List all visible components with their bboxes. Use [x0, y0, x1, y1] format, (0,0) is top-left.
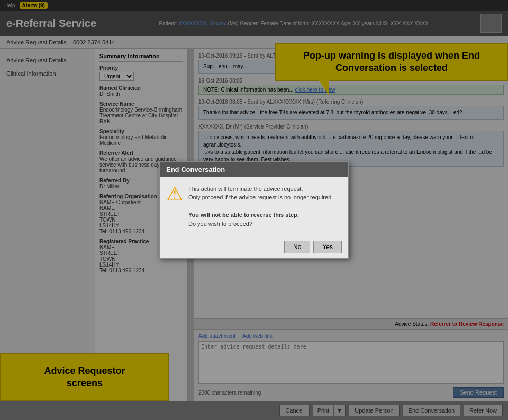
- modal-body: ⚠ This action will terminate the advice …: [160, 177, 348, 236]
- modal-no-button[interactable]: No: [284, 241, 310, 253]
- warning-icon: ⚠: [166, 185, 183, 204]
- modal-line2: Only proceed if the advice request is no…: [188, 193, 333, 202]
- end-conversation-modal: End Conversation ⚠ This action will term…: [159, 161, 349, 259]
- modal-title: End Conversation: [166, 166, 225, 174]
- modal-header: End Conversation: [160, 162, 348, 177]
- modal-line1: This action will terminate the advice re…: [188, 185, 333, 194]
- modal-question: Do you wish to proceed?: [188, 220, 333, 229]
- modal-text: This action will terminate the advice re…: [188, 185, 333, 229]
- modal-yes-button[interactable]: Yes: [313, 241, 342, 253]
- modal-overlay: End Conversation ⚠ This action will term…: [0, 0, 508, 420]
- modal-warning: You will not be able to reverse this ste…: [188, 211, 333, 220]
- modal-footer: No Yes: [160, 236, 348, 258]
